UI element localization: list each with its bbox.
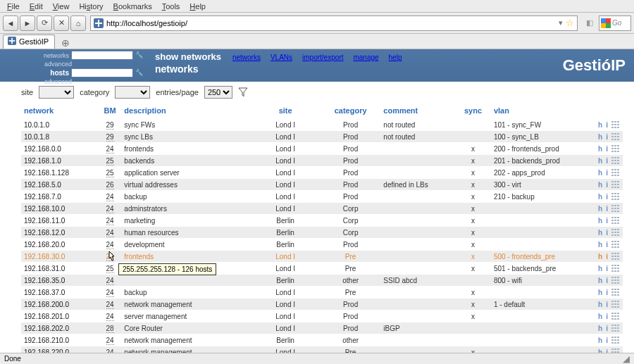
action-i[interactable]: i [606,217,608,225]
col-comment[interactable]: comment [380,104,455,119]
table-row[interactable]: 192.168.0.024frontendsLond IProdx200 - f… [21,143,623,155]
col-network[interactable]: network [21,104,99,119]
col-site[interactable]: site [250,104,321,119]
action-h[interactable]: h [598,337,602,344]
menu-file[interactable]: FFileile [3,1,24,11]
cell-description[interactable]: frontends [121,251,250,263]
cell-bm[interactable]: 29 [99,119,122,131]
grid-icon[interactable] [611,193,620,200]
menu-help[interactable]: Help [185,1,210,11]
grid-icon[interactable] [611,253,620,260]
cell-bm[interactable]: 24 [99,143,122,155]
wrench-icon-2[interactable]: 🔧 [135,69,144,77]
menu-edit[interactable]: Edit [25,1,47,11]
reload-button[interactable]: ⟳ [37,15,52,31]
col-description[interactable]: description [121,104,250,119]
nav-import[interactable]: import/export [302,54,343,61]
grid-icon[interactable] [611,169,620,176]
site-filter-select[interactable] [39,86,74,99]
cell-network[interactable]: 192.168.7.0 [21,191,99,203]
action-h[interactable]: h [598,193,602,201]
sidebar-hosts-label[interactable]: hosts [50,69,69,77]
action-i[interactable]: i [606,169,608,177]
action-h[interactable]: h [598,325,602,332]
cell-description[interactable]: virtual addresses [121,179,250,191]
cell-network[interactable]: 192.168.1.0 [21,155,99,167]
nav-vlans[interactable]: VLANs [271,54,292,61]
col-bm[interactable]: BM [99,104,122,119]
action-i[interactable]: i [606,157,608,165]
cell-bm[interactable]: 25 [99,263,122,275]
sidebar-adv2-label[interactable]: advanced [44,78,72,85]
bookmark-star-icon[interactable]: ☆ [566,18,574,28]
cell-network[interactable]: 192.168.200.0 [21,299,99,310]
grid-icon[interactable] [611,277,620,284]
forward-button[interactable]: ► [20,15,35,31]
menu-tools[interactable]: Tools [158,1,185,11]
cell-bm[interactable]: 24 [99,287,122,299]
cell-description[interactable]: network management [121,299,250,310]
grid-icon[interactable] [611,289,620,296]
cell-bm[interactable]: 25 [99,251,122,263]
table-row[interactable]: 192.168.37.024backupLond IPrexhi [21,287,623,299]
table-row[interactable]: 192.168.30.025frontendsLond IPrex500 - f… [21,251,623,263]
action-h[interactable]: h [598,229,602,237]
back-button[interactable]: ◄ [3,15,18,31]
stop-button[interactable]: ✕ [54,15,69,31]
cell-bm[interactable]: 24 [99,227,122,239]
cell-bm[interactable]: 25 [99,155,122,167]
cell-description[interactable]: application server [121,167,250,179]
action-h[interactable]: h [598,157,602,165]
cell-description[interactable]: backup [121,287,250,299]
new-tab-button[interactable]: ⊕ [58,37,73,49]
cell-network[interactable]: 192.168.0.0 [21,143,99,155]
action-i[interactable]: i [606,301,608,308]
action-h[interactable]: h [598,121,602,129]
grid-icon[interactable] [611,217,620,224]
cell-description[interactable]: backends [121,155,250,167]
table-row[interactable]: 10.0.1.029sync FWsLond IProdnot routed10… [21,119,623,131]
action-h[interactable]: h [598,217,602,225]
feed-icon[interactable]: ◧ [582,15,597,31]
table-row[interactable]: 192.168.20.024developmentBerlinProdxhi [21,239,623,251]
cell-network[interactable]: 192.168.11.0 [21,215,99,227]
sidebar-networks-input[interactable] [71,51,133,60]
cell-network[interactable]: 192.168.10.0 [21,203,99,215]
action-i[interactable]: i [606,205,608,213]
table-row[interactable]: 10.0.1.829sync LBsLond IProdnot routed10… [21,131,623,143]
table-row[interactable]: 192.168.200.024network managementLond IP… [21,299,623,310]
table-row[interactable]: 192.168.35.024BerlinotherSSID abcd800 - … [21,275,623,287]
cell-bm[interactable]: 25 [99,167,122,179]
nav-manage[interactable]: manage [353,54,378,61]
cell-bm[interactable]: 24 [99,299,122,310]
action-i[interactable]: i [606,193,608,201]
url-bar[interactable]: ▾ ☆ [90,15,578,31]
cell-network[interactable]: 192.168.210.0 [21,334,99,346]
table-row[interactable]: 192.168.5.026virtual addressesLond IProd… [21,179,623,191]
tab-active[interactable]: GestióIP [3,34,55,49]
cell-network[interactable]: 192.168.201.0 [21,310,99,322]
table-row[interactable]: 192.168.11.024marketingBerlinCorpxhi [21,215,623,227]
cell-description[interactable]: sync FWs [121,119,250,131]
cell-description[interactable]: Core Router [121,322,250,334]
table-row[interactable]: 192.168.1.12825application serverLond IP… [21,167,623,179]
action-i[interactable]: i [606,181,608,189]
nav-networks[interactable]: networks [232,54,261,61]
cell-bm[interactable]: 24 [99,215,122,227]
nav-help[interactable]: help [389,54,402,61]
grid-icon[interactable] [611,121,620,128]
action-i[interactable]: i [606,145,608,153]
action-h[interactable]: h [598,301,602,308]
table-row[interactable]: 192.168.31.025backendsLond IPrex501 - ba… [21,263,623,275]
cell-network[interactable]: 192.168.12.0 [21,227,99,239]
grid-icon[interactable] [611,229,620,236]
home-button[interactable]: ⌂ [70,15,86,31]
action-i[interactable]: i [606,241,608,249]
action-i[interactable]: i [606,277,608,284]
grid-icon[interactable] [611,313,620,320]
table-row[interactable]: 192.168.201.024server managementLond IPr… [21,310,623,322]
action-h[interactable]: h [598,289,602,296]
action-h[interactable]: h [598,133,602,141]
grid-icon[interactable] [611,325,620,332]
sidebar-adv1-label[interactable]: advanced [44,61,72,68]
